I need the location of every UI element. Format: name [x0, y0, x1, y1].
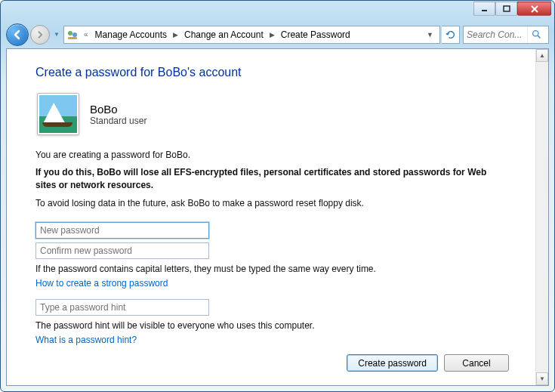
address-dropdown[interactable]: ▼ — [422, 31, 438, 39]
new-password-input[interactable] — [35, 222, 209, 239]
window-controls — [473, 2, 551, 16]
arrow-left-icon — [11, 29, 23, 41]
account-name: BoBo — [90, 103, 146, 116]
strong-password-link[interactable]: How to create a strong password — [35, 278, 168, 289]
caps-note: If the password contains capital letters… — [35, 263, 506, 276]
titlebar — [1, 1, 554, 22]
avatar — [37, 93, 79, 135]
hint-note: The password hint will be visible to eve… — [35, 319, 506, 332]
refresh-button[interactable] — [442, 26, 460, 44]
warning-text: If you do this, BoBo will lose all EFS-e… — [35, 166, 506, 192]
scroll-up-button[interactable]: ▲ — [536, 49, 548, 62]
search-box[interactable] — [463, 26, 549, 44]
svg-point-3 — [72, 32, 77, 37]
cancel-button[interactable]: Cancel — [444, 354, 509, 372]
maximize-button[interactable] — [495, 2, 517, 16]
password-hint-link[interactable]: What is a password hint? — [35, 335, 137, 345]
svg-rect-0 — [482, 10, 487, 11]
search-icon[interactable] — [527, 26, 545, 43]
close-button[interactable] — [517, 2, 551, 16]
refresh-icon — [446, 29, 456, 40]
user-tile: BoBo Standard user — [37, 93, 506, 135]
svg-point-5 — [533, 31, 538, 36]
scroll-track[interactable] — [536, 62, 548, 372]
forward-button[interactable] — [30, 25, 50, 45]
control-panel-icon — [66, 28, 79, 42]
action-buttons: Create password Cancel — [347, 354, 509, 372]
chevron-left-icon: « — [82, 30, 90, 39]
breadcrumb-create-password[interactable]: Create Password — [279, 28, 353, 42]
search-input[interactable] — [464, 29, 527, 40]
sailboat-icon — [39, 95, 77, 133]
back-button[interactable] — [6, 23, 29, 46]
create-password-button[interactable]: Create password — [347, 354, 438, 372]
account-type: Standard user — [90, 116, 146, 126]
confirm-password-input[interactable] — [35, 242, 209, 259]
password-hint-input[interactable] — [35, 299, 209, 316]
history-dropdown[interactable]: ▼ — [51, 25, 62, 45]
content-pane: Create a password for BoBo's account BoB… — [6, 48, 549, 386]
page-title: Create a password for BoBo's account — [35, 66, 506, 79]
breadcrumb-change-account[interactable]: Change an Account — [182, 28, 266, 42]
navigation-bar: ▼ « Manage Accounts ▶ Change an Account … — [6, 22, 549, 47]
window-frame: ▼ « Manage Accounts ▶ Change an Account … — [0, 0, 555, 392]
svg-rect-4 — [68, 37, 77, 39]
intro-text: You are creating a password for BoBo. — [35, 149, 506, 162]
svg-line-6 — [538, 35, 540, 38]
chevron-right-icon: ▶ — [172, 31, 179, 39]
svg-point-2 — [68, 31, 72, 35]
chevron-right-icon: ▶ — [269, 31, 276, 39]
minimize-button[interactable] — [473, 2, 495, 16]
address-bar[interactable]: « Manage Accounts ▶ Change an Account ▶ … — [63, 26, 440, 44]
content-body: Create a password for BoBo's account BoB… — [7, 49, 535, 385]
vertical-scrollbar[interactable]: ▲ ▼ — [535, 49, 548, 385]
advice-text: To avoid losing data in the future, ask … — [35, 197, 506, 210]
scroll-down-button[interactable]: ▼ — [536, 372, 548, 385]
svg-rect-1 — [504, 6, 510, 11]
arrow-right-icon — [35, 30, 45, 39]
breadcrumb-manage-accounts[interactable]: Manage Accounts — [93, 28, 169, 42]
